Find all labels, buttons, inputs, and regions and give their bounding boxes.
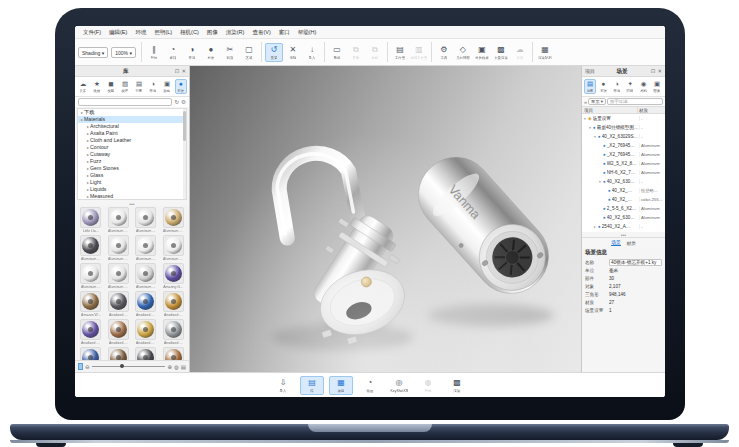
toolbar-button-section[interactable]: ✂剖面: [221, 43, 239, 62]
toolbar-button-studio[interactable]: ▤工作室: [391, 43, 409, 62]
material-thumbnail[interactable]: Anodized …: [161, 291, 187, 318]
material-thumbnail[interactable]: Anodized …: [106, 291, 132, 318]
library-tab-backplates[interactable]: ▤背景: [133, 79, 145, 94]
zoom-in-icon[interactable]: ⊕: [167, 364, 172, 370]
material-thumbnail[interactable]: [78, 347, 104, 360]
ribbon-animation[interactable]: ◔动画: [358, 376, 382, 395]
scene-tree-row[interactable]: ●W2_5_X2_8…Aluminum: [582, 159, 665, 168]
material-thumbnail[interactable]: Aluminum …: [133, 263, 159, 290]
library-tree-item[interactable]: ▸Liquids: [78, 186, 186, 193]
library-tree-item[interactable]: ▸Materials: [78, 116, 186, 123]
scene-tree-row[interactable]: ▾●40_X2_630…-: [582, 177, 665, 186]
library-tree-item[interactable]: ▸Fuzz: [78, 158, 186, 165]
float-icon[interactable]: ⊡: [651, 68, 656, 74]
chevron-right-icon[interactable]: »: [584, 99, 587, 105]
menu-item[interactable]: 照明(L): [150, 28, 176, 37]
menu-item[interactable]: 帮助(H): [294, 28, 321, 37]
scene-tree-row[interactable]: ●40_X2_630…Aluminum: [582, 213, 665, 222]
material-thumbnail[interactable]: Aluminum …: [133, 207, 159, 234]
material-thumbnail[interactable]: [161, 347, 187, 360]
material-thumbnail[interactable]: Little Lla…: [78, 207, 104, 234]
material-thumbnail[interactable]: Amazon W…: [78, 291, 104, 318]
scene-tree-row[interactable]: ▾●40_X2_63029S…-: [582, 132, 665, 141]
scene-tree-row[interactable]: ●_X2_76945…Aluminum: [582, 150, 665, 159]
scene-tree-row[interactable]: ●40_X2_…拉丝铝…: [582, 186, 665, 195]
scene-tree-row[interactable]: ▾◆场景设置-: [582, 114, 665, 123]
toolbar-button-tools[interactable]: ⚙工具: [435, 43, 453, 62]
ribbon-render[interactable]: ▩渲染: [445, 376, 469, 395]
thumbnail-size-slider[interactable]: [92, 366, 166, 367]
library-tree-item[interactable]: ▸Contour: [78, 144, 186, 151]
menu-item[interactable]: 图像: [203, 28, 222, 37]
list-view-icon[interactable]: ▤: [181, 364, 186, 370]
lightbulb-icon[interactable]: ◍: [174, 364, 179, 370]
project-tab-material[interactable]: ●材质: [597, 79, 609, 94]
close-icon[interactable]: ✕: [657, 68, 662, 74]
toolbar-button-geometry-view[interactable]: ◇几何视图: [454, 43, 472, 62]
show-filter-dropdown[interactable]: 显示 ▾: [588, 98, 606, 105]
library-tree-item[interactable]: ▸Cutaway: [78, 151, 186, 158]
ribbon-import[interactable]: ⇩导入: [271, 376, 295, 395]
material-thumbnail[interactable]: Aluminum …: [161, 207, 187, 234]
toolbar-button-reset[interactable]: ↺重置: [265, 43, 283, 62]
material-thumbnail[interactable]: Anodized …: [133, 319, 159, 346]
close-icon[interactable]: ✕: [181, 68, 186, 74]
menu-item[interactable]: 文件(F): [79, 28, 105, 37]
library-tree-item[interactable]: ▸Architectural: [78, 123, 186, 130]
library-tab-favorites[interactable]: ★收藏: [91, 79, 103, 94]
library-tree-item[interactable]: ▸Light: [78, 179, 186, 186]
library-tab-cloud[interactable]: ☁云库: [77, 79, 89, 94]
toolbar-select-shading-select[interactable]: Shading ▾: [78, 47, 108, 58]
scene-tree-row[interactable]: ●40_X2_…color-255…: [582, 195, 665, 204]
scene-tree-row[interactable]: ●_X2_76945…Aluminum: [582, 141, 665, 150]
library-tree-item[interactable]: ▸下载: [78, 109, 186, 116]
library-search-input[interactable]: [78, 98, 172, 106]
scene-tree-row[interactable]: ▸●2540_X2_A…-: [582, 222, 665, 231]
viewport-canvas[interactable]: Vanma: [190, 66, 581, 372]
scene-search-input[interactable]: 按字过滤: [607, 98, 663, 105]
material-thumbnail[interactable]: [133, 347, 159, 360]
view-toggle-icon[interactable]: [78, 363, 83, 370]
library-tab-textures[interactable]: ▨纹理: [119, 79, 131, 94]
toolbar-button-environment[interactable]: ◑环境: [183, 43, 201, 62]
settings-icon[interactable]: ⚙: [181, 99, 186, 105]
library-tab-colors[interactable]: ▣颜色: [161, 79, 173, 94]
info-value[interactable]: 40锁体-锁芯开模+1 ky: [609, 259, 662, 266]
ribbon-project[interactable]: ▦项目: [329, 376, 353, 395]
material-thumbnail[interactable]: Aluminum …: [106, 263, 132, 290]
material-thumbnail[interactable]: Aluminum …: [106, 235, 132, 262]
library-tree-item[interactable]: ▸Glass: [78, 172, 186, 179]
material-thumbnail[interactable]: Anodized …: [133, 291, 159, 318]
library-tree-item[interactable]: ▸Gem Stones: [78, 165, 186, 172]
material-thumbnail[interactable]: Aluminum …: [106, 207, 132, 234]
material-thumbnail[interactable]: Anodized …: [106, 319, 132, 346]
menu-item[interactable]: 窗口: [275, 28, 294, 37]
toolbar-button-import[interactable]: ↓导入: [303, 43, 321, 62]
library-tab-environments[interactable]: ◑环境: [147, 79, 159, 94]
tab-scene[interactable]: 场景: [611, 239, 621, 246]
library-tree-item[interactable]: ▸Measured: [78, 193, 186, 200]
float-icon[interactable]: ⊡: [175, 68, 180, 74]
library-tree-item[interactable]: ▸Cloth and Leather: [78, 137, 186, 144]
menu-item[interactable]: 相机(C): [176, 28, 203, 37]
library-tab-materials[interactable]: ●材质: [175, 79, 187, 94]
scene-tree-row[interactable]: ●2_5-5_6_X2…Aluminum: [582, 204, 665, 213]
ribbon-library[interactable]: ▤库: [300, 376, 324, 395]
toolbar-button-region[interactable]: ▢区域: [240, 43, 258, 62]
zoom-out-icon[interactable]: ⊖: [85, 364, 90, 370]
material-thumbnail[interactable]: Aluminum …: [133, 235, 159, 262]
material-thumbnail[interactable]: Aluminum …: [78, 235, 104, 262]
library-tab-models[interactable]: ◼模型: [105, 79, 117, 94]
material-thumbnail[interactable]: Anodized …: [78, 319, 104, 346]
project-tab-lighting[interactable]: ✦照明: [624, 79, 636, 94]
menu-item[interactable]: 环境: [131, 28, 150, 37]
toolbar-button-render-queue[interactable]: ▦渲染队列: [536, 43, 554, 62]
material-thumbnail[interactable]: [106, 347, 132, 360]
toolbar-button-clear[interactable]: ✕清除: [284, 43, 302, 62]
material-thumbnail[interactable]: Aluminum …: [161, 235, 187, 262]
toolbar-button-material[interactable]: ●材质: [202, 43, 220, 62]
toolbar-button-orbit[interactable]: ◔旋转: [164, 43, 182, 62]
toolbar-select-quality-select[interactable]: 100% ▾: [111, 47, 136, 58]
menu-item[interactable]: 渲染(R): [222, 28, 249, 37]
project-tab-scene[interactable]: ▤场景: [584, 79, 596, 94]
